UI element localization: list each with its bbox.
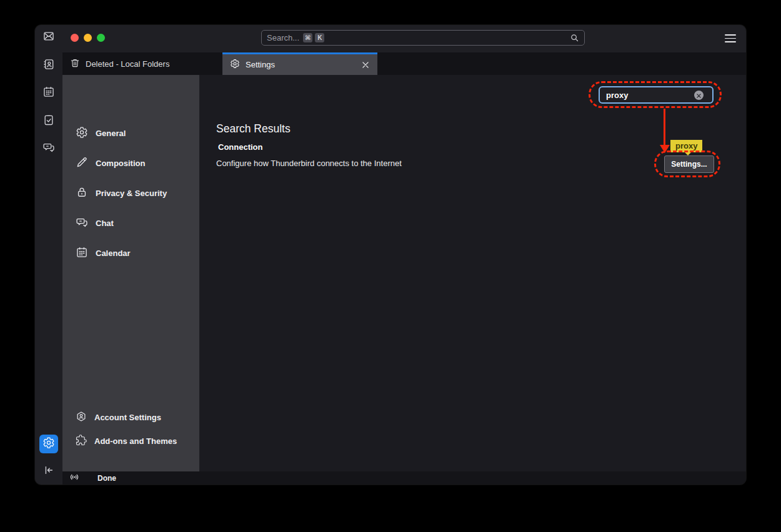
app-menu-button[interactable] bbox=[725, 33, 736, 44]
sidebar-item-chat[interactable]: Chat bbox=[62, 208, 199, 238]
pencil-icon bbox=[76, 156, 88, 170]
sidebar-item-label: Calendar bbox=[96, 249, 131, 258]
tasks-space-button[interactable] bbox=[39, 112, 58, 131]
sidebar-item-calendar[interactable]: Calendar bbox=[62, 238, 199, 268]
thunderbird-window: Search... ⌘ K Deleted - Local Folders Se… bbox=[35, 25, 746, 485]
broadcast-icon bbox=[62, 471, 80, 485]
settings-sidebar: General Composition Privacy & Security C… bbox=[62, 75, 199, 471]
sidebar-item-label: Composition bbox=[96, 159, 145, 168]
mail-icon bbox=[42, 30, 55, 45]
calendar-space-button[interactable] bbox=[39, 84, 58, 102]
collapse-icon bbox=[42, 464, 55, 479]
global-search-placeholder: Search... bbox=[267, 33, 299, 42]
annotation-arrow-head bbox=[660, 145, 670, 153]
sidebar-item-label: Chat bbox=[96, 219, 114, 228]
address-book-icon bbox=[42, 58, 55, 73]
trash-icon bbox=[70, 58, 80, 70]
puzzle-icon bbox=[76, 435, 87, 448]
addressbook-space-button[interactable] bbox=[39, 56, 58, 75]
close-tab-button[interactable] bbox=[361, 61, 370, 69]
settings-gear-icon bbox=[42, 436, 55, 451]
annotation-arrow-line bbox=[664, 109, 665, 145]
page-title: Search Results bbox=[216, 122, 291, 135]
sidebar-item-label: Add-ons and Themes bbox=[94, 436, 177, 446]
sidebar-item-addons-themes[interactable]: Add-ons and Themes bbox=[62, 429, 199, 453]
status-text: Done bbox=[97, 474, 116, 483]
close-window-button[interactable] bbox=[71, 34, 79, 42]
settings-space-button[interactable] bbox=[39, 435, 58, 453]
sidebar-item-label: Privacy & Security bbox=[96, 189, 167, 198]
mail-space-button[interactable] bbox=[39, 28, 58, 47]
search-icon bbox=[570, 33, 579, 42]
settings-content: Search Results Connection Configure how … bbox=[199, 75, 746, 471]
settings-nav: General Composition Privacy & Security C… bbox=[62, 75, 199, 268]
chat-space-button[interactable] bbox=[39, 139, 58, 158]
sidebar-item-label: Account Settings bbox=[94, 413, 161, 422]
connection-settings-button[interactable]: Settings... bbox=[664, 155, 714, 173]
gear-icon bbox=[76, 126, 88, 140]
result-heading: Connection bbox=[218, 142, 263, 152]
tab-bar: Deleted - Local Folders Settings bbox=[62, 52, 746, 75]
status-bar: Done bbox=[62, 471, 746, 485]
global-search-input[interactable]: Search... ⌘ K bbox=[261, 30, 585, 46]
unified-toolbar: Search... ⌘ K bbox=[62, 25, 746, 52]
settings-nav-footer: Account Settings Add-ons and Themes bbox=[62, 405, 199, 453]
gear-icon bbox=[230, 59, 240, 71]
account-icon bbox=[76, 411, 87, 424]
tab-settings[interactable]: Settings bbox=[222, 52, 377, 75]
annotation-proxy-tag: proxy bbox=[670, 140, 702, 152]
close-icon bbox=[696, 90, 702, 101]
collapse-spaces-button[interactable] bbox=[39, 462, 58, 481]
tab-deleted-local-folders[interactable]: Deleted - Local Folders bbox=[62, 52, 177, 75]
tasks-icon bbox=[42, 114, 55, 129]
zoom-window-button[interactable] bbox=[97, 34, 105, 42]
clear-search-button[interactable] bbox=[694, 91, 704, 100]
sidebar-item-privacy-security[interactable]: Privacy & Security bbox=[62, 178, 199, 208]
calendar-icon bbox=[76, 246, 88, 260]
tab-label: Settings bbox=[246, 60, 275, 69]
sidebar-item-composition[interactable]: Composition bbox=[62, 148, 199, 178]
spaces-toolbar bbox=[35, 25, 62, 485]
sidebar-item-label: General bbox=[96, 129, 126, 138]
sidebar-item-general[interactable]: General bbox=[62, 118, 199, 148]
calendar-icon bbox=[42, 86, 55, 101]
k-key-badge: K bbox=[315, 33, 324, 42]
command-key-badge: ⌘ bbox=[303, 33, 312, 42]
lock-icon bbox=[76, 186, 88, 200]
window-controls bbox=[71, 34, 105, 42]
result-description: Configure how Thunderbird connects to th… bbox=[216, 159, 402, 168]
tab-label: Deleted - Local Folders bbox=[86, 59, 169, 69]
chat-icon bbox=[76, 216, 88, 230]
minimize-window-button[interactable] bbox=[84, 34, 92, 42]
search-shortcut-keys: ⌘ K bbox=[303, 33, 324, 42]
sidebar-item-account-settings[interactable]: Account Settings bbox=[62, 405, 199, 429]
chat-icon bbox=[42, 141, 55, 156]
